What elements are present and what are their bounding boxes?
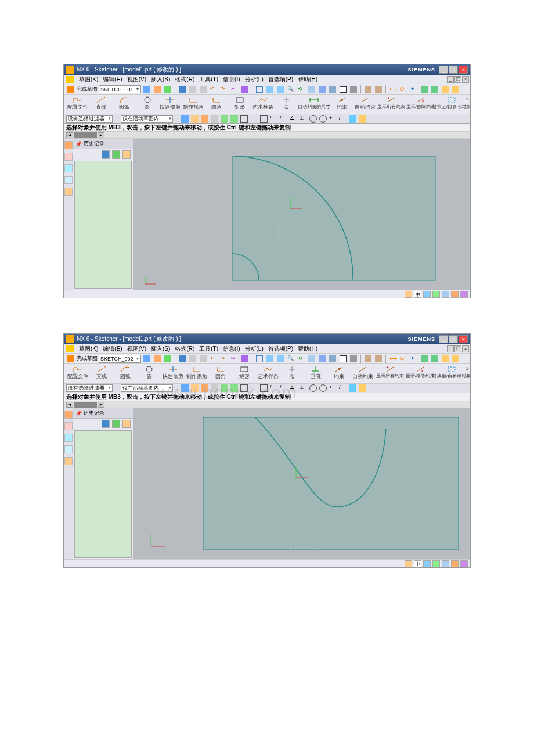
extend-icon[interactable] [441, 354, 450, 363]
sel-point-icon[interactable]: · [250, 115, 258, 123]
autodim-button[interactable]: 自动判断的尺寸 [298, 96, 330, 114]
status-icon-5[interactable] [451, 291, 459, 298]
constraint-button[interactable]: 约束 [327, 365, 351, 384]
partnav-icon[interactable] [64, 422, 73, 430]
reattach-icon[interactable] [153, 85, 162, 94]
history-list[interactable] [74, 430, 132, 558]
history-tool-2[interactable] [112, 150, 120, 159]
expand-toolbar-icon[interactable]: » [466, 96, 469, 102]
finish-sketch-icon[interactable] [66, 85, 75, 94]
paste-icon[interactable] [199, 354, 208, 363]
shaded-icon[interactable] [328, 85, 337, 94]
menu-insert[interactable]: 插入(S) [151, 345, 170, 353]
orient-icon[interactable] [142, 85, 151, 94]
showremove-button[interactable]: ✕显示/移除约束 [405, 365, 435, 384]
rotate-icon[interactable]: ⟲ [297, 85, 306, 94]
intersect-icon[interactable] [430, 354, 439, 363]
history-tool-3[interactable] [122, 150, 131, 159]
cut-icon[interactable]: ✂ [230, 354, 239, 363]
pin-icon[interactable]: 📌 [75, 141, 82, 147]
sel-angle-icon[interactable]: ∠ [290, 115, 297, 123]
sel-circle-icon[interactable] [309, 384, 317, 392]
status-icon-1[interactable] [405, 291, 412, 298]
menu-view[interactable]: 视图(V) [127, 75, 146, 84]
menu-tools[interactable]: 工具(T) [199, 345, 218, 353]
redo-icon[interactable]: ↷ [219, 354, 229, 363]
sel-angle-icon[interactable]: ∠ [290, 384, 297, 392]
sel-icon-5[interactable] [221, 384, 228, 392]
sel-icon-8[interactable] [349, 115, 356, 123]
showall-button[interactable]: ✦显示所有约束 [377, 96, 406, 114]
history-tab-icon[interactable] [64, 176, 73, 184]
arc-button[interactable]: 圆弧 [114, 365, 138, 384]
history-tool-3[interactable] [122, 420, 131, 428]
filter-combo[interactable]: 没有选择过滤器 [66, 384, 113, 392]
mdi-close[interactable]: × [462, 345, 469, 352]
navigator-icon[interactable] [64, 141, 73, 149]
zoom-area-icon[interactable] [265, 85, 275, 94]
save-icon[interactable] [178, 354, 187, 363]
mdi-minimize[interactable]: _ [447, 76, 454, 83]
convert-button[interactable]: 转换至/自参考对象 [435, 96, 468, 114]
navigator-icon[interactable] [64, 411, 73, 419]
sel-icon-8[interactable] [349, 384, 356, 392]
sel-icon-2[interactable] [191, 115, 199, 123]
history-tool-2[interactable] [112, 420, 120, 428]
update-icon[interactable] [163, 85, 172, 94]
minimize-button[interactable]: _ [439, 335, 448, 343]
copy-icon[interactable] [188, 354, 197, 363]
menu-format[interactable]: 格式(R) [175, 345, 194, 353]
profile-button[interactable]: 配置文件 [66, 365, 90, 384]
scroll-track[interactable] [74, 132, 97, 138]
line-button[interactable]: 直线 [90, 365, 114, 384]
sel-icon-9[interactable] [359, 115, 366, 123]
status-lang[interactable]: 中 [414, 291, 421, 298]
view-front-icon[interactable] [307, 354, 316, 363]
scroll-right-icon[interactable]: ► [98, 402, 104, 408]
redo-icon[interactable]: ↷ [219, 85, 229, 94]
sel-line2-icon[interactable]: / [280, 384, 287, 392]
trim-icon[interactable] [451, 85, 460, 94]
autoconstraint-button[interactable]: 自动约束 [353, 96, 377, 114]
reuse-icon[interactable] [64, 434, 73, 442]
menu-edit[interactable]: 编辑(E) [103, 345, 122, 353]
showremove-button[interactable]: ✕显示/移除约束 [406, 96, 435, 114]
sel-rect-icon[interactable] [260, 384, 268, 392]
quicktrim-button[interactable]: 快速修剪 [161, 365, 185, 384]
sel-icon-5[interactable] [221, 115, 228, 123]
corner-button[interactable]: 制作拐角 [185, 365, 209, 384]
trim-icon[interactable] [451, 354, 460, 363]
menu-prefs[interactable]: 首选项(P) [268, 345, 293, 353]
cut-icon[interactable]: ✂ [230, 85, 239, 94]
point-button[interactable]: 点 [275, 96, 298, 114]
vertical-button[interactable]: 垂直 [304, 365, 327, 384]
scope-combo[interactable]: 仅在活动草图内 [121, 115, 173, 123]
wcs-icon[interactable] [349, 354, 358, 363]
status-icon-1[interactable] [405, 560, 412, 567]
fit-icon[interactable] [255, 85, 264, 94]
wireframe-icon[interactable] [338, 354, 348, 363]
sel-icon-4[interactable] [211, 115, 218, 123]
scroll-left-icon[interactable]: ◄ [66, 402, 73, 408]
sel-point-icon[interactable]: · [250, 384, 258, 392]
project-icon[interactable] [420, 354, 429, 363]
reattach-icon[interactable] [153, 354, 162, 363]
partnav-icon[interactable] [64, 153, 73, 161]
intersect-icon[interactable] [430, 85, 439, 94]
command-finder-icon[interactable] [240, 354, 250, 363]
rectangle-button[interactable]: 矩形 [228, 96, 251, 114]
sel-icon-1[interactable] [181, 115, 189, 123]
sel-circle2-icon[interactable] [319, 115, 327, 123]
sel-line-icon[interactable]: / [270, 384, 277, 392]
command-finder-icon[interactable] [240, 85, 250, 94]
rectangle-button[interactable]: 矩形 [232, 365, 256, 384]
edit-display-icon[interactable] [374, 85, 383, 94]
close-button[interactable]: ✕ [459, 335, 468, 343]
finish-sketch-icon[interactable] [66, 354, 75, 363]
view-trimetric-icon[interactable] [317, 85, 327, 94]
menu-help[interactable]: 帮助(H) [298, 75, 317, 84]
point-button[interactable]: 点 [280, 365, 304, 384]
sel-icon-4[interactable] [211, 384, 218, 392]
pattern-icon[interactable]: ✦ [409, 85, 418, 94]
edit-display-icon[interactable] [374, 354, 383, 363]
